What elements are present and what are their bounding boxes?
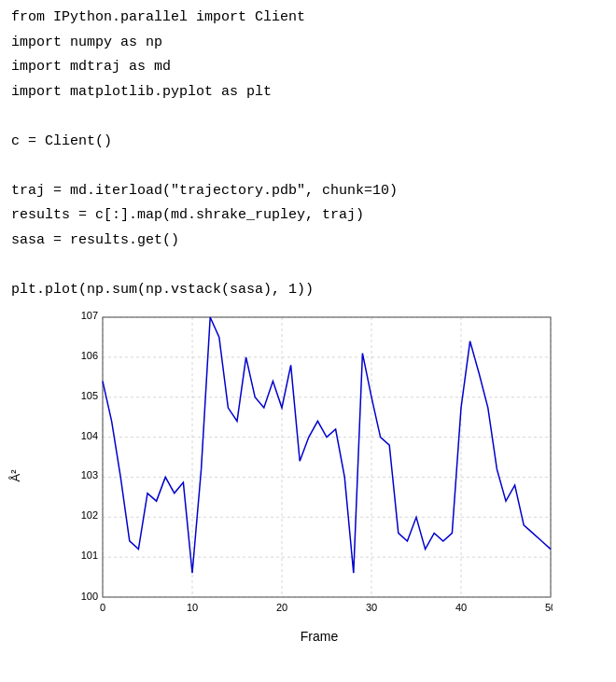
svg-text:100: 100 bbox=[81, 591, 98, 602]
chart-container: 100 101 102 103 104 105 106 107 0 10 20 … bbox=[67, 308, 571, 644]
svg-text:104: 104 bbox=[81, 430, 98, 441]
svg-text:106: 106 bbox=[81, 350, 98, 361]
svg-text:40: 40 bbox=[455, 602, 467, 613]
plot-svg: 100 101 102 103 104 105 106 107 0 10 20 … bbox=[67, 308, 553, 625]
svg-text:102: 102 bbox=[81, 509, 98, 521]
code-line-4: import matplotlib.pyplot as plt bbox=[11, 82, 605, 104]
svg-rect-1 bbox=[103, 317, 551, 597]
y-axis-label: Å² bbox=[8, 470, 22, 482]
svg-text:20: 20 bbox=[276, 602, 287, 613]
code-line-5 bbox=[11, 106, 605, 128]
code-line-11 bbox=[11, 255, 605, 276]
svg-text:103: 103 bbox=[81, 469, 98, 480]
code-line-9: results = c[:].map(md.shrake_rupley, tra… bbox=[11, 205, 605, 227]
svg-text:30: 30 bbox=[366, 602, 377, 613]
code-line-3: import mdtraj as md bbox=[11, 57, 605, 78]
svg-text:10: 10 bbox=[187, 602, 198, 613]
svg-text:105: 105 bbox=[81, 390, 98, 401]
svg-text:107: 107 bbox=[81, 310, 98, 321]
code-line-8: traj = md.iterload("trajectory.pdb", chu… bbox=[11, 181, 605, 202]
svg-text:101: 101 bbox=[81, 550, 98, 561]
code-line-10: sasa = results.get() bbox=[11, 230, 605, 252]
code-line-7 bbox=[11, 156, 605, 177]
code-line-12: plt.plot(np.sum(np.vstack(sasa), 1)) bbox=[11, 280, 605, 301]
code-line-1: from IPython.parallel import Client bbox=[11, 7, 605, 29]
code-line-2: import numpy as np bbox=[11, 33, 605, 54]
svg-text:50: 50 bbox=[545, 602, 553, 613]
chart-area: Å² bbox=[30, 308, 571, 644]
code-line-6: c = Client() bbox=[11, 132, 605, 153]
svg-text:0: 0 bbox=[100, 602, 105, 613]
x-axis-label: Frame bbox=[67, 629, 571, 644]
